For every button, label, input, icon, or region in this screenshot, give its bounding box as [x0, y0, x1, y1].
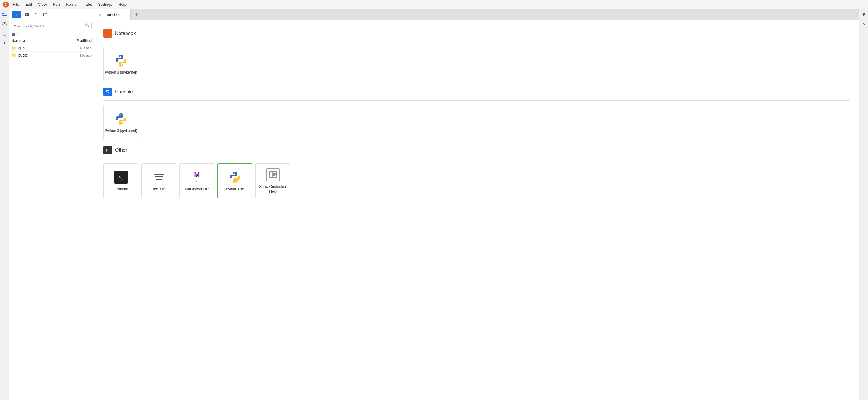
file-name: epfs [18, 46, 67, 50]
sidebar-files-btn[interactable] [1, 11, 8, 18]
sidebar-running-btn[interactable] [1, 21, 8, 28]
other-section-title: Other [115, 147, 127, 153]
tab-label: Launcher [103, 12, 120, 17]
file-row[interactable]: 📁 public 13d ago [9, 52, 94, 59]
right-sidebar [859, 9, 868, 400]
left-icon-sidebar [0, 9, 9, 400]
main-area: ↗ Launcher + Notebook [94, 9, 859, 400]
app-logo: C [2, 1, 9, 8]
svg-rect-6 [4, 25, 5, 25]
python3-notebook-card[interactable]: Python 3 (ipykernel) [103, 46, 138, 81]
file-modified: 40s ago [67, 46, 92, 50]
contextual-help-icon [266, 167, 280, 182]
markdown-file-card[interactable]: M ↓ Markdown File [180, 163, 214, 198]
contextual-help-card[interactable]: Show Contextual Help [255, 163, 290, 198]
notebook-section-icon [103, 29, 112, 38]
python3-console-card[interactable]: Python 3 (ipykernel) [103, 105, 138, 140]
other-card-grid: $_ Terminal Text File [103, 163, 850, 198]
search-icon: 🔍 [85, 24, 89, 28]
app-layout: + 🔍 / Name ▲ [0, 9, 868, 400]
settings-gear-btn[interactable] [860, 11, 867, 18]
notebook-section-title: Notebook [115, 31, 136, 36]
svg-rect-14 [273, 175, 275, 176]
console-section-header: Console [103, 88, 850, 96]
markdown-icon: M ↓ [190, 170, 205, 185]
notebook-section-header: Notebook [103, 29, 850, 38]
menu-edit[interactable]: Edit [23, 2, 34, 7]
svg-rect-9 [3, 35, 6, 36]
svg-rect-2 [2, 13, 4, 14]
svg-rect-5 [4, 23, 5, 24]
tab-bar: ↗ Launcher + [94, 9, 859, 20]
python-file-icon [228, 170, 242, 185]
new-launcher-button[interactable]: + [11, 11, 21, 18]
sort-arrow-icon: ▲ [23, 39, 26, 43]
sidebar-extensions-btn[interactable] [1, 40, 8, 47]
file-name: public [18, 53, 67, 58]
menu-run[interactable]: Run [50, 2, 62, 7]
terminal-icon: $_ [114, 170, 128, 185]
folder-icon: 📁 [11, 45, 17, 50]
svg-rect-13 [273, 174, 276, 175]
svg-text:C: C [5, 3, 7, 6]
text-file-label: Text File [152, 187, 166, 192]
svg-rect-8 [3, 34, 5, 34]
menu-kernel[interactable]: Kernel [64, 2, 80, 7]
python-file-label: Python File [226, 187, 244, 192]
folder-icon: 📁 [11, 53, 17, 58]
svg-rect-7 [3, 33, 6, 33]
terminal-card[interactable]: $_ Terminal [103, 163, 138, 198]
python3-notebook-label: Python 3 (ipykernel) [104, 70, 137, 75]
current-path: / [17, 32, 18, 36]
console-card-grid: Python 3 (ipykernel) [103, 105, 850, 140]
text-file-card[interactable]: Text File [142, 163, 177, 198]
python-file-card[interactable]: Python File [217, 163, 252, 198]
add-tab-button[interactable]: + [132, 10, 141, 19]
upload-button[interactable] [32, 11, 39, 18]
column-name[interactable]: Name ▲ [11, 39, 67, 43]
tab-launcher[interactable]: ↗ Launcher [94, 9, 131, 20]
menu-view[interactable]: View [36, 2, 49, 7]
markdown-file-label: Markdown File [185, 187, 209, 192]
python-icon [114, 53, 128, 68]
file-row[interactable]: 📁 epfs 40s ago [9, 44, 94, 52]
textfile-icon [152, 170, 166, 185]
other-section-icon: $_ [103, 146, 112, 155]
column-modified[interactable]: Modified [67, 39, 92, 43]
svg-rect-12 [273, 173, 276, 173]
console-section-title: Console [115, 89, 133, 95]
contextual-help-label: Show Contextual Help [256, 185, 290, 194]
right-settings-btn[interactable] [860, 21, 867, 28]
file-browser-panel: + 🔍 / Name ▲ [9, 9, 94, 400]
other-section-header: $_ Other [103, 146, 850, 155]
menubar: C File Edit View Run Kernel Tabs Setting… [0, 0, 868, 9]
menu-tabs[interactable]: Tabs [81, 2, 94, 7]
terminal-label: Terminal [114, 187, 128, 192]
python3-console-label: Python 3 (ipykernel) [104, 129, 137, 133]
search-box: 🔍 [11, 22, 92, 29]
menu-settings[interactable]: Settings [95, 2, 115, 7]
launcher-tab-icon: ↗ [98, 12, 101, 17]
file-modified: 13d ago [67, 54, 92, 57]
launcher-content: Notebook Python 3 (ipykernel) [94, 20, 859, 400]
menu-help[interactable]: Help [116, 2, 129, 7]
sidebar-commands-btn[interactable] [1, 30, 8, 38]
path-row: / [9, 31, 94, 37]
new-folder-button[interactable] [23, 11, 30, 18]
console-section-icon [103, 88, 112, 96]
file-list: 📁 epfs 40s ago 📁 public 13d ago [9, 44, 94, 400]
console-divider [103, 100, 850, 101]
svg-rect-3 [2, 14, 7, 16]
notebook-card-grid: Python 3 (ipykernel) [103, 46, 850, 81]
refresh-button[interactable] [41, 11, 49, 18]
folder-icon [11, 32, 16, 36]
other-divider [103, 159, 850, 159]
search-input[interactable] [14, 24, 85, 28]
file-list-header: Name ▲ Modified [9, 37, 94, 44]
menu-file[interactable]: File [10, 2, 22, 7]
python-icon [114, 111, 128, 126]
file-toolbar: + [9, 9, 94, 20]
